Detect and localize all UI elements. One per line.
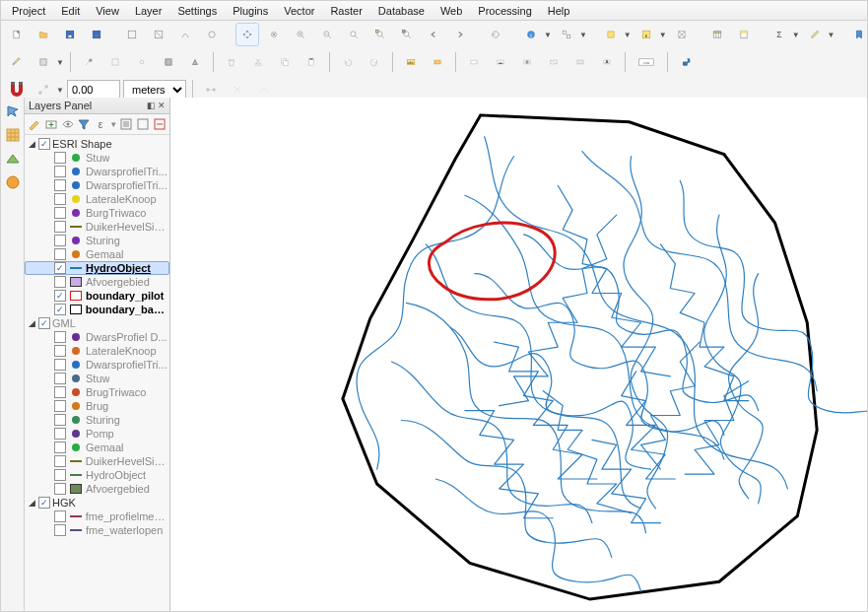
panel-close-icon[interactable]: ✕ — [158, 101, 166, 110]
layer-checkbox[interactable] — [54, 469, 66, 481]
layer-checkbox[interactable] — [54, 262, 66, 274]
add-vector-layer-button[interactable] — [3, 102, 23, 121]
measure-button[interactable] — [803, 23, 827, 46]
pan-button[interactable] — [235, 23, 259, 46]
visibility-button[interactable] — [60, 116, 75, 132]
layer-item[interactable]: Gemaal — [25, 247, 169, 261]
add-wms-layer-button[interactable] — [3, 172, 23, 192]
edit-tool-button[interactable] — [157, 50, 180, 74]
layer-group[interactable]: ◢HGK — [25, 496, 169, 510]
edit-tool-button[interactable] — [183, 50, 207, 74]
add-group-button[interactable] — [44, 116, 59, 132]
collapse-all-button[interactable] — [136, 116, 151, 132]
field-calculator-button[interactable] — [732, 23, 756, 46]
layer-tree[interactable]: ◢ESRI ShapeStuwDwarsprofielTri...Dwarspr… — [25, 135, 169, 611]
expand-icon[interactable]: ◢ — [27, 139, 36, 149]
select-by-expression-button[interactable]: ε — [634, 23, 658, 46]
layers-panel-title-bar[interactable]: Layers Panel ◧ ✕ — [25, 98, 169, 114]
snap-tolerance-input[interactable] — [67, 80, 120, 100]
menu-view[interactable]: View — [89, 4, 126, 18]
menu-plugins[interactable]: Plugins — [226, 4, 275, 18]
edit-tool-button[interactable] — [130, 50, 154, 74]
layer-checkbox[interactable] — [54, 483, 66, 495]
layer-style-button[interactable] — [28, 116, 42, 132]
layer-item[interactable]: Afvoergebied — [25, 275, 169, 289]
map-canvas[interactable] — [170, 98, 867, 611]
save-project-button[interactable] — [58, 23, 82, 46]
redo-button[interactable] — [363, 50, 386, 74]
layer-item[interactable]: HydroObject — [25, 468, 169, 482]
new-project-button[interactable] — [5, 23, 29, 46]
filter-button[interactable] — [77, 116, 92, 132]
layer-checkbox[interactable] — [38, 497, 50, 509]
layer-checkbox[interactable] — [54, 359, 66, 371]
menu-settings[interactable]: Settings — [170, 4, 224, 18]
layer-item[interactable]: boundary_pilot — [25, 289, 169, 303]
layer-item[interactable]: BurgTriwaco — [25, 206, 169, 220]
layer-checkbox[interactable] — [38, 138, 50, 150]
menu-layer[interactable]: Layer — [128, 4, 169, 18]
edit-tool-button[interactable] — [103, 50, 127, 74]
layer-checkbox[interactable] — [54, 290, 66, 302]
bookmarks-button[interactable] — [847, 23, 868, 46]
zoom-to-layer-button[interactable] — [368, 23, 392, 46]
undo-button[interactable] — [336, 50, 360, 74]
layer-item[interactable]: DuikerHevelSifon — [25, 220, 169, 234]
snap-unit-select[interactable]: meters — [123, 80, 186, 100]
layer-checkbox[interactable] — [54, 373, 66, 384]
toolbar-button[interactable] — [147, 23, 170, 46]
copy-button[interactable] — [273, 50, 297, 74]
layer-checkbox[interactable] — [54, 345, 66, 357]
zoom-out-button[interactable] — [315, 23, 339, 46]
panel-float-icon[interactable]: ◧ — [147, 101, 156, 110]
layer-checkbox[interactable] — [54, 193, 66, 205]
layer-item[interactable]: Stuw — [25, 151, 169, 165]
label-tool-button[interactable] — [515, 50, 539, 74]
sigma-button[interactable]: Σ — [768, 23, 791, 46]
toolbar-button[interactable] — [120, 23, 144, 46]
layer-checkbox[interactable] — [54, 276, 66, 288]
add-mesh-layer-button[interactable] — [3, 149, 23, 169]
labeling-button[interactable]: abc — [399, 50, 423, 74]
select-button[interactable] — [599, 23, 623, 46]
layer-checkbox[interactable] — [54, 152, 66, 164]
menu-processing[interactable]: Processing — [471, 4, 538, 18]
layer-checkbox[interactable] — [54, 304, 66, 315]
layer-item[interactable]: Brug — [25, 399, 169, 413]
layer-checkbox[interactable] — [54, 386, 66, 398]
layer-item[interactable]: LateraleKnoop — [25, 192, 169, 206]
menu-edit[interactable]: Edit — [54, 4, 87, 18]
layer-checkbox[interactable] — [54, 428, 66, 440]
label-tool-button[interactable] — [489, 50, 512, 74]
layer-checkbox[interactable] — [54, 179, 66, 191]
pan-to-selection-button[interactable] — [262, 23, 286, 46]
menu-vector[interactable]: Vector — [277, 4, 321, 18]
layer-item[interactable]: HydroObject — [25, 261, 169, 275]
layer-checkbox[interactable] — [54, 524, 66, 536]
layer-checkbox[interactable] — [54, 207, 66, 219]
layer-item[interactable]: Pomp — [25, 427, 169, 441]
python-console-button[interactable] — [674, 50, 698, 74]
expand-icon[interactable]: ◢ — [27, 498, 36, 508]
remove-layer-button[interactable] — [152, 116, 167, 132]
save-as-button[interactable]: + — [85, 23, 108, 46]
save-edits-button[interactable] — [32, 50, 55, 74]
layer-checkbox[interactable] — [54, 400, 66, 412]
toolbar-button[interactable] — [173, 23, 197, 46]
label-tool-button[interactable] — [542, 50, 566, 74]
layer-item[interactable]: Afvoergebied — [25, 482, 169, 496]
menu-help[interactable]: Help — [541, 4, 577, 18]
delete-button[interactable] — [220, 50, 243, 74]
add-raster-layer-button[interactable] — [3, 125, 23, 145]
dropdown-arrow-icon[interactable]: ▼ — [579, 31, 587, 39]
layer-checkbox[interactable] — [54, 414, 66, 426]
dropdown-arrow-icon[interactable]: ▼ — [828, 31, 835, 39]
layer-item[interactable]: boundary_basis — [25, 303, 169, 316]
dropdown-arrow-icon[interactable]: ▼ — [624, 31, 632, 39]
expression-button[interactable]: ε — [94, 116, 108, 132]
layer-item[interactable]: DwarsProfiel D... — [25, 330, 169, 344]
label-tool-button[interactable] — [462, 50, 486, 74]
zoom-full-button[interactable] — [342, 23, 366, 46]
toolbar-button[interactable] — [200, 23, 224, 46]
layer-group[interactable]: ◢GML — [25, 316, 169, 330]
